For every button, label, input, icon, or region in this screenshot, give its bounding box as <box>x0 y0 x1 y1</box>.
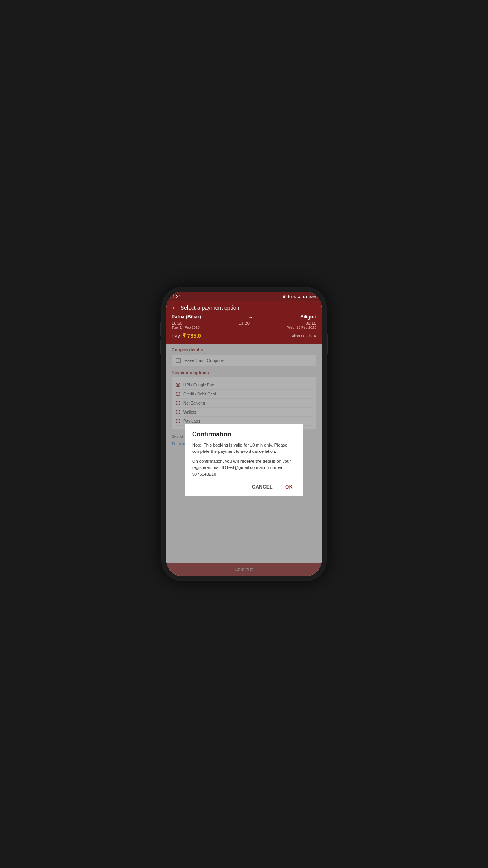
page-title: Select a payment option <box>180 305 239 311</box>
pay-amount: ₹ 735.0 <box>182 333 201 339</box>
dialog-buttons: CANCEL OK <box>192 481 296 491</box>
volume-up-button[interactable] <box>160 322 161 336</box>
battery-level: 55% <box>309 295 316 298</box>
phone-screen: 1:21 ⏰ ✱ 6.00 ▲ ▲▲ 55% ← Select a paymen… <box>166 292 322 576</box>
origin-time: 16:55 <box>172 321 183 326</box>
clock-icon: ⏰ <box>282 295 286 298</box>
cancel-button[interactable]: CANCEL <box>249 483 276 491</box>
bluetooth-icon: ✱ <box>287 295 290 298</box>
dialog-title: Confirmation <box>192 431 296 438</box>
dialog-body: Note: This booking is valid for 10 min o… <box>192 442 296 478</box>
dest-city: Siliguri <box>300 314 316 320</box>
origin-city: Patna (Bihar) <box>172 314 201 320</box>
ok-button[interactable]: OK <box>282 483 296 491</box>
volume-down-button[interactable] <box>160 340 161 354</box>
dialog-body-part1: Note: This booking is valid for 10 min o… <box>192 442 296 455</box>
header: ← Select a payment option Patna (Bihar) … <box>166 301 322 344</box>
origin-date: Tue, 14 Feb 2023 <box>172 326 200 329</box>
view-details-button[interactable]: View details ∨ <box>292 334 316 338</box>
phone-frame: 1:21 ⏰ ✱ 6.00 ▲ ▲▲ 55% ← Select a paymen… <box>161 287 327 581</box>
dest-date: Wed, 15 Feb 2023 <box>287 326 316 329</box>
status-bar: 1:21 ⏰ ✱ 6.00 ▲ ▲▲ 55% <box>166 292 322 301</box>
status-icons: ⏰ ✱ 6.00 ▲ ▲▲ 55% <box>282 295 316 298</box>
modal-overlay: Confirmation Note: This booking is valid… <box>166 344 322 576</box>
back-button[interactable]: ← <box>172 305 177 311</box>
signal-icon: ▲▲ <box>302 295 308 298</box>
status-time: 1:21 <box>172 294 181 299</box>
power-button[interactable] <box>327 334 328 354</box>
speed-icon: 6.00 <box>291 295 297 298</box>
route-arrow: → <box>248 314 253 320</box>
confirmation-dialog: Confirmation Note: This booking is valid… <box>185 424 303 497</box>
dialog-body-part2: On confirmation, you will receive the de… <box>192 458 296 478</box>
dest-time: 06:15 <box>305 321 316 326</box>
middle-time: 13:20 <box>238 321 250 326</box>
wifi-icon: ▲ <box>297 295 301 298</box>
pay-label: Pay <box>172 333 180 338</box>
main-content: Coupon details Have Cash Coupons Payment… <box>166 344 322 576</box>
